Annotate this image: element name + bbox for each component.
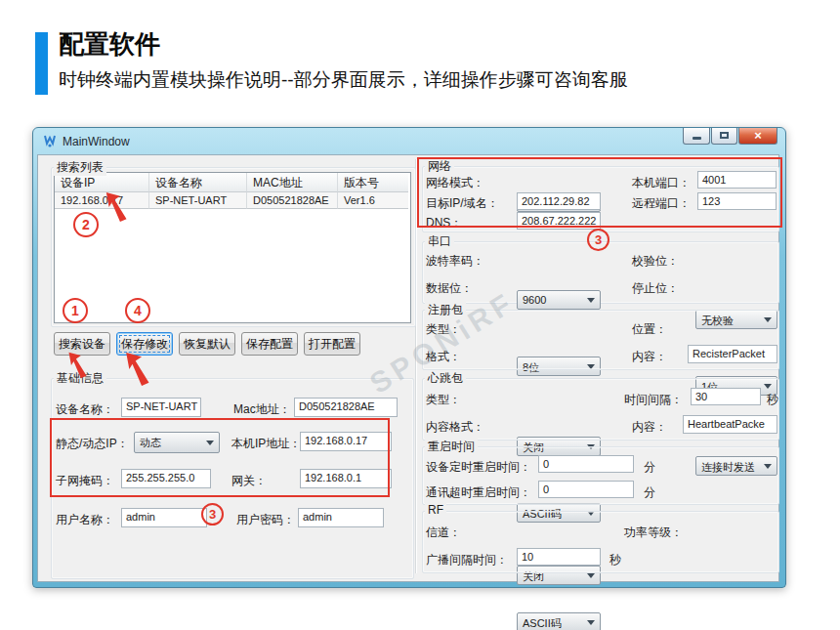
heartbeat-format-dropdown[interactable]: ASCII码 (517, 612, 601, 630)
broadcast-interval-field[interactable]: 10 (517, 548, 601, 566)
gateway-label: 网关： (231, 473, 267, 489)
rf-group-label: RF (425, 503, 446, 517)
window-title: MainWindow (63, 135, 130, 148)
gateway-field[interactable]: 192.168.0.1 (300, 469, 392, 488)
minimize-button[interactable] (683, 128, 710, 145)
heartbeat-group-label: 心跳包 (425, 370, 466, 387)
parity-label: 校验位： (632, 253, 679, 270)
password-label: 用户密码： (236, 512, 295, 528)
column-header-device-ip[interactable]: 设备IP (55, 173, 149, 192)
annotation-circle-2: 2 (73, 212, 99, 237)
app-logo-icon (43, 134, 58, 148)
timeout-restart-unit: 分 (644, 484, 655, 501)
broadcast-interval-label: 广播间隔时间： (426, 552, 508, 568)
register-content-field[interactable]: RecisterPacket (688, 345, 777, 363)
annotation-arrow-search-button (66, 352, 94, 379)
header-accent-bar (35, 32, 48, 95)
heartbeat-content-label: 内容： (632, 419, 667, 436)
heartbeat-interval-field[interactable]: 30 (691, 388, 761, 405)
register-position-label: 位置： (632, 321, 667, 338)
dns-field[interactable]: 208.67.222.222 (517, 212, 601, 230)
subnet-field[interactable]: 255.255.255.0 (121, 469, 211, 488)
dropdown-arrow-icon (587, 620, 595, 625)
close-button[interactable]: × (738, 128, 777, 145)
baud-value: 9600 (523, 294, 546, 306)
local-port-label: 本机端口： (632, 175, 691, 191)
window-titlebar[interactable]: MainWindow × (33, 128, 785, 154)
annotation-circle-1: 1 (63, 298, 88, 323)
mac-label: Mac地址： (233, 401, 291, 418)
page-subtitle: 时钟终端内置模块操作说明--部分界面展示，详细操作步骤可咨询客服 (59, 67, 628, 93)
device-name-field[interactable]: SP-NET-UART (121, 398, 201, 417)
target-ip-field[interactable]: 202.112.29.82 (517, 192, 601, 210)
maximize-button[interactable] (711, 128, 737, 145)
local-ip-field[interactable]: 192.168.0.17 (300, 432, 392, 451)
column-header-mac[interactable]: MAC地址 (247, 173, 338, 192)
network-mode-label: 网络模式： (426, 175, 484, 191)
open-config-button[interactable]: 打开配置 (304, 332, 360, 356)
search-list-group-label: 搜索列表 (54, 159, 106, 176)
heartbeat-format-label: 内容格式： (426, 419, 484, 436)
heartbeat-content-field[interactable]: HeartbeatPacke (683, 415, 777, 434)
serial-group-label: 串口 (425, 233, 454, 250)
page-title: 配置软件 (59, 27, 160, 62)
heartbeat-format-value: ASCII码 (523, 617, 562, 629)
power-level-label: 功率等级： (624, 525, 683, 541)
column-header-version[interactable]: 版本号 (338, 173, 408, 192)
baud-label: 波特率码： (426, 253, 484, 270)
target-ip-label: 目标IP/域名： (426, 195, 499, 212)
annotation-arrow-save-button (125, 352, 156, 387)
remote-port-field[interactable]: 123 (697, 192, 777, 210)
broadcast-interval-unit: 秒 (609, 552, 621, 568)
dropdown-arrow-icon (587, 298, 595, 303)
heartbeat-type-label: 类型： (426, 392, 461, 408)
scheduled-restart-field[interactable]: 0 (538, 455, 634, 473)
device-row-cell-version[interactable]: Ver1.6 (338, 192, 408, 209)
local-ip-label: 本机IP地址： (231, 436, 301, 452)
baud-dropdown[interactable]: 9600 (517, 290, 601, 310)
register-content-label: 内容： (632, 349, 667, 365)
annotation-arrow-device-row (102, 191, 137, 223)
remote-port-label: 远程端口： (632, 195, 691, 212)
subnet-label: 子网掩码： (56, 473, 114, 489)
timeout-restart-label: 通讯超时重启时间： (426, 484, 531, 501)
channel-label: 信道： (426, 525, 461, 541)
annotation-circle-3-left: 3 (201, 503, 224, 525)
heartbeat-interval-unit: 秒 (767, 392, 778, 408)
stopbits-label: 停止位： (632, 280, 679, 297)
scheduled-restart-unit: 分 (644, 459, 655, 476)
minimize-icon (693, 137, 701, 140)
heartbeat-interval-label: 时间间隔： (624, 392, 683, 408)
ip-mode-value: 动态 (140, 437, 161, 448)
dropdown-arrow-icon (587, 573, 595, 578)
column-header-device-name[interactable]: 设备名称 (149, 173, 247, 192)
save-config-button[interactable]: 保存配置 (241, 332, 298, 356)
maximize-icon (720, 132, 729, 139)
local-port-field[interactable]: 4001 (697, 171, 777, 189)
restore-defaults-button[interactable]: 恢复默认 (179, 332, 235, 356)
device-row-cell-name[interactable]: SP-NET-UART (149, 192, 247, 209)
page: 配置软件 时钟终端内置模块操作说明--部分界面展示，详细操作步骤可咨询客服 Ma… (0, 0, 840, 630)
scheduled-restart-label: 设备定时重启时间： (426, 459, 531, 476)
mac-field[interactable]: D050521828AE (294, 398, 398, 417)
username-field[interactable]: admin (121, 508, 207, 527)
dns-label: DNS： (426, 215, 462, 231)
network-group-label: 网络 (425, 158, 454, 175)
timeout-restart-field[interactable]: 0 (538, 481, 634, 498)
dropdown-arrow-icon (206, 441, 214, 445)
password-field[interactable]: admin (298, 508, 384, 527)
ip-mode-label: 静态/动态IP： (56, 436, 129, 452)
restart-group-label: 重启时间 (425, 439, 478, 455)
username-label: 用户名称： (56, 512, 114, 528)
ip-mode-dropdown[interactable]: 动态 (134, 432, 220, 453)
device-row-cell-mac[interactable]: D050521828AE (247, 192, 338, 209)
annotation-circle-3-right: 3 (587, 229, 609, 251)
device-name-label: 设备名称： (56, 401, 114, 418)
annotation-circle-4: 4 (125, 298, 150, 323)
databits-label: 数据位： (426, 280, 473, 297)
